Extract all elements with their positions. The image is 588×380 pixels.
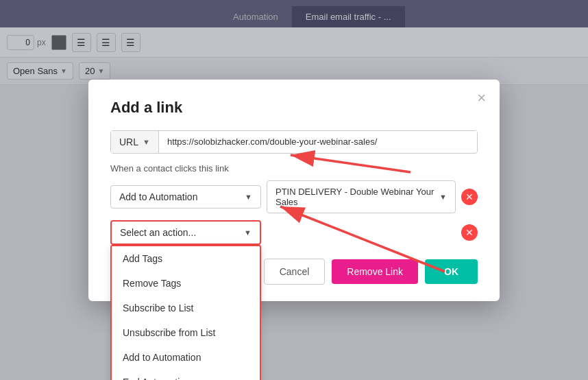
action-type-label-1: Add to Automation — [119, 191, 197, 202]
when-label: When a contact clicks this link — [110, 163, 478, 174]
cancel-button[interactable]: Cancel — [264, 259, 326, 285]
action-dropdown-menu: Add Tags Remove Tags Subscribe to List U… — [110, 245, 261, 381]
action-type-select-2[interactable]: Select an action... ▼ — [110, 220, 261, 245]
modal-title: Add a link — [110, 99, 478, 117]
dropdown-add-tags[interactable]: Add Tags — [112, 246, 260, 271]
automation-label-1: PTIN DELIVERY - Double Webinar Your Sale… — [275, 187, 439, 207]
action-row-1: Add to Automation ▼ PTIN DELIVERY - Doub… — [110, 180, 478, 213]
dropdown-unsubscribe-list[interactable]: Unsubscribe from List — [112, 320, 260, 345]
modal-backdrop: × Add a link URL ▼ When a contact clicks… — [0, 0, 588, 380]
action1-chevron: ▼ — [245, 193, 252, 201]
delete-action-2-button[interactable]: ✕ — [461, 224, 478, 241]
ok-button[interactable]: OK — [425, 259, 478, 284]
dropdown-subscribe-list[interactable]: Subscribe to List — [112, 296, 260, 320]
add-link-modal: × Add a link URL ▼ When a contact clicks… — [88, 80, 500, 301]
remove-link-button[interactable]: Remove Link — [332, 259, 418, 284]
url-type-chevron: ▼ — [143, 138, 150, 146]
action-row-2: Select an action... ▼ Add Tags Remove Ta… — [110, 220, 478, 245]
dropdown-end-automation[interactable]: End Automation — [112, 370, 260, 381]
action-dropdown-container: Select an action... ▼ Add Tags Remove Ta… — [110, 220, 261, 245]
action-type-label-2: Select an action... — [120, 227, 196, 238]
url-type-select[interactable]: URL ▼ — [111, 131, 159, 153]
automation-select-1[interactable]: PTIN DELIVERY - Double Webinar Your Sale… — [267, 180, 456, 213]
dropdown-add-automation[interactable]: Add to Automation — [112, 345, 260, 370]
url-input[interactable] — [159, 131, 477, 152]
url-row: URL ▼ — [110, 130, 478, 154]
url-type-label: URL — [119, 136, 138, 147]
action2-chevron: ▼ — [244, 228, 252, 237]
action-type-select-1[interactable]: Add to Automation ▼ — [110, 185, 261, 209]
delete-action-1-button[interactable]: ✕ — [461, 189, 478, 205]
modal-close-button[interactable]: × — [477, 91, 486, 106]
automation1-chevron: ▼ — [439, 193, 447, 201]
dropdown-remove-tags[interactable]: Remove Tags — [112, 271, 260, 296]
